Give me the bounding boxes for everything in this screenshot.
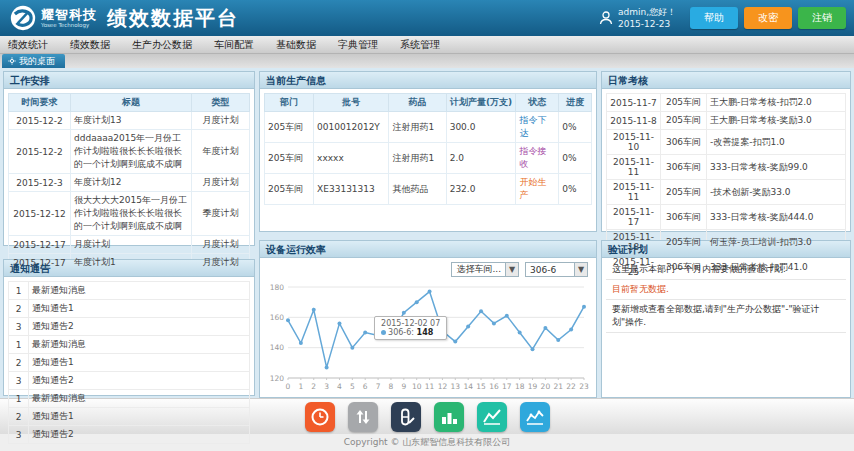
gear-icon	[8, 57, 16, 65]
panel-equipment-chart: 设备运行效率 选择车间... ▼ 306-6 ▼ 120140160180012…	[259, 240, 597, 398]
svg-text:10: 10	[412, 382, 422, 391]
svg-text:3: 3	[324, 382, 329, 391]
nav-item[interactable]: 绩效统计	[8, 38, 48, 52]
line-chart-icon[interactable]	[477, 402, 507, 432]
production-table: 部门批号药品计划产量(万支)状态进度 205车间0010012012Y注射用药1…	[264, 93, 592, 205]
table-row[interactable]: 2015-12-2年度计划13月度计划	[9, 112, 250, 130]
medicine-icon[interactable]	[391, 402, 421, 432]
table-row[interactable]: 2015-12-3年度计划12月度计划	[9, 174, 250, 192]
validation-text: 要新增或查看全部数据,请到"生产办公数据"-"验证计划"操作.	[606, 300, 846, 333]
bar-chart-icon[interactable]	[434, 402, 464, 432]
column-header: 部门	[265, 94, 314, 112]
svg-text:11: 11	[425, 382, 435, 391]
validation-text: 这里显示本部门一个月内需要做的验证计划.	[606, 260, 846, 280]
nav-item[interactable]: 系统管理	[400, 38, 440, 52]
panel-title: 日常考核	[602, 72, 850, 89]
device-select[interactable]: 306-6 ▼	[525, 262, 588, 277]
work-plan-table: 时间要求标题类型 2015-12-2年度计划13月度计划2015-12-2ddd…	[8, 93, 250, 272]
table-row: 205车间XE33131313其他药品232.0开始生产0%	[265, 174, 592, 205]
svg-text:140: 140	[270, 343, 285, 352]
list-item: 2015-11-11205车间-技术创新-奖励33.0	[607, 180, 846, 205]
svg-text:23: 23	[579, 382, 589, 391]
svg-text:9: 9	[401, 382, 406, 391]
notice-item[interactable]: 2通知通告1	[9, 408, 250, 426]
workshop-select[interactable]: 选择车间... ▼	[451, 262, 519, 277]
notice-item[interactable]: 3通知通告2	[9, 426, 250, 444]
svg-text:18: 18	[515, 382, 525, 391]
status-link[interactable]: 指令接收	[519, 146, 546, 169]
column-header: 进度	[559, 94, 592, 112]
status-link[interactable]: 开始生产	[519, 177, 546, 200]
svg-text:160: 160	[270, 313, 285, 322]
svg-text:21: 21	[553, 382, 563, 391]
efficiency-chart: 1201401601800123456789101112131415161718…	[262, 279, 594, 397]
table-row: 205车间xxxxx注射用药12.0指令接收0%	[265, 143, 592, 174]
nav-item[interactable]: 生产办公数据	[132, 38, 192, 52]
header-button-注销[interactable]: 注销	[798, 7, 846, 29]
nav-item[interactable]: 基础数据	[276, 38, 316, 52]
tooltip-date: 2015-12-02 07	[381, 319, 440, 328]
list-item: 2015-11-7205车间王大鹏-日常考核-扣罚2.0	[607, 94, 846, 112]
logo-icon	[10, 5, 36, 31]
column-header: 状态	[516, 94, 559, 112]
notice-item[interactable]: 3通知通告2	[9, 318, 250, 336]
tab-my-desktop[interactable]: 我的桌面	[2, 54, 65, 68]
svg-text:20: 20	[541, 382, 551, 391]
svg-text:1: 1	[298, 382, 303, 391]
svg-text:0: 0	[286, 382, 291, 391]
column-header: 标题	[71, 94, 192, 112]
header-button-改密[interactable]: 改密	[744, 7, 792, 29]
notice-item[interactable]: 2通知通告1	[9, 300, 250, 318]
svg-text:6: 6	[363, 382, 368, 391]
notice-item[interactable]: 1最新通知消息	[9, 282, 250, 300]
list-item: 2015-11-10306车间-改善提案-扣罚1.0	[607, 130, 846, 155]
nav-item[interactable]: 车间配置	[214, 38, 254, 52]
table-row[interactable]: 2015-12-17月度计划月度计划	[9, 236, 250, 254]
clock-icon[interactable]	[305, 402, 335, 432]
notices-table: 1最新通知消息2通知通告13通知通告21最新通知消息2通知通告13通知通告21最…	[8, 281, 250, 444]
panel-production: 当前生产信息 部门批号药品计划产量(万支)状态进度 205车间001001201…	[259, 71, 597, 232]
dashboard: 工作安排 时间要求标题类型 2015-12-2年度计划13月度计划2015-12…	[0, 68, 854, 398]
notice-item[interactable]: 3通知通告2	[9, 372, 250, 390]
panel-notices: 通知通告 1最新通知消息2通知通告13通知通告21最新通知消息2通知通告13通知…	[3, 259, 255, 396]
svg-text:120: 120	[270, 374, 285, 383]
svg-text:5: 5	[350, 382, 355, 391]
svg-text:22: 22	[566, 382, 576, 391]
svg-text:19: 19	[528, 382, 538, 391]
tab-strip: 我的桌面	[0, 54, 854, 68]
header-date: 2015-12-23	[618, 18, 676, 30]
column-header: 时间要求	[9, 94, 71, 112]
panel-title: 工作安排	[4, 72, 254, 89]
svg-text:16: 16	[489, 382, 499, 391]
table-row[interactable]: 2015-12-12很大大大大2015年一月份工作计划啦啦很长长长啦很长的一个计…	[9, 192, 250, 236]
user-greeting: admin,您好！	[618, 6, 676, 18]
chevron-down-icon: ▼	[505, 263, 518, 276]
notice-item[interactable]: 1最新通知消息	[9, 390, 250, 408]
nav-item[interactable]: 字典管理	[338, 38, 378, 52]
status-link[interactable]: 指令下达	[519, 115, 546, 138]
transfer-icon[interactable]	[348, 402, 378, 432]
panel-title: 当前生产信息	[260, 72, 596, 89]
svg-text:2: 2	[311, 382, 316, 391]
column-header: 计划产量(万支)	[446, 94, 516, 112]
user-icon	[598, 10, 614, 26]
panel-title: 设备运行效率	[260, 241, 596, 258]
nav-item[interactable]: 绩效数据	[70, 38, 110, 52]
svg-text:13: 13	[451, 382, 461, 391]
tab-label: 我的桌面	[19, 55, 55, 68]
area-chart-icon[interactable]	[520, 402, 550, 432]
panel-work-plan: 工作安排 时间要求标题类型 2015-12-2年度计划13月度计划2015-12…	[3, 71, 255, 246]
table-row: 205车间0010012012Y注射用药1300.0指令下达0%	[265, 112, 592, 143]
main-nav: 绩效统计绩效数据生产办公数据车间配置基础数据字典管理系统管理	[0, 36, 854, 54]
column-header: 药品	[389, 94, 446, 112]
svg-text:180: 180	[270, 283, 285, 292]
column-header: 批号	[314, 94, 389, 112]
logo-text: 耀智科技	[41, 8, 97, 21]
notice-item[interactable]: 2通知通告1	[9, 354, 250, 372]
list-item: 2015-11-17306车间333-日常考核-奖励444.0	[607, 205, 846, 230]
table-row[interactable]: 2015-12-2dddaaaa2015年一月份工作计划啦啦很长长长啦很长的一个…	[9, 130, 250, 174]
svg-text:7: 7	[376, 382, 381, 391]
panel-daily-review: 日常考核 2015-11-7205车间王大鹏-日常考核-扣罚2.02015-11…	[601, 71, 851, 232]
header-button-帮助[interactable]: 帮助	[690, 7, 738, 29]
notice-item[interactable]: 1最新通知消息	[9, 336, 250, 354]
